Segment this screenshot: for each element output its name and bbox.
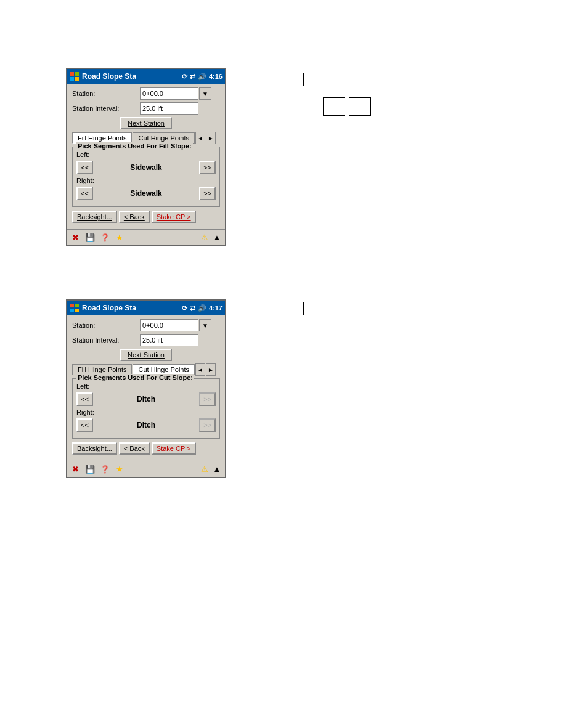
right-next-btn-1[interactable]: >> [199,187,216,200]
sound-icon-1: 🔊 [198,73,206,81]
float-box-wide-2 [303,302,383,315]
station-dropdown-2[interactable]: ▼ [199,319,211,331]
backsight-button-2[interactable]: Backsight... [72,442,117,455]
left-prev-btn-2[interactable]: << [76,392,93,406]
left-next-btn-2[interactable]: >> [199,392,216,406]
star-icon-2[interactable]: ★ [114,464,125,475]
window-title-2: Road Slope Sta [82,304,182,312]
backsight-button-1[interactable]: Backsight... [72,211,117,223]
float-box-sq-2 [349,97,371,116]
float-box-wide-1 [303,73,377,86]
station-input-1[interactable] [140,87,198,100]
sound-icon-2: 🔊 [198,304,206,312]
sync-icon-2: ⟳ [182,304,187,312]
station-row-1: Station: ▼ [72,87,220,100]
left-label-1: Left: [76,151,216,158]
svg-rect-4 [70,304,74,307]
float-box-sq-1 [323,97,345,116]
dialog-window-2: Road Slope Sta ⟳ ⇄ 🔊 4:17 Station: ▼ Sta… [66,299,226,478]
window-title-1: Road Slope Sta [82,72,182,81]
right-segment-2: Ditch [93,421,199,429]
left-row-1: << Sidewalk >> [76,161,216,174]
svg-rect-2 [70,77,74,81]
back-button-1[interactable]: < Back [119,211,150,223]
taskbar-2: ✖ 💾 ❓ ★ ⚠ ▲ [67,461,225,477]
group-box-2: Pick Segments Used For Cut Slope: Left: … [72,378,220,439]
dialog-content-1: Station: ▼ Station Interval: Next Statio… [67,84,225,229]
svg-rect-5 [75,304,79,307]
group-title-2: Pick Segments Used For Cut Slope: [76,374,194,381]
taskbar-right-1: ⚠ ▲ [199,232,223,243]
right-label-1: Right: [76,177,216,184]
left-prev-btn-1[interactable]: << [76,161,93,174]
network-icon-1: ⇄ [190,73,195,81]
clock-2: 4:17 [209,304,223,312]
help-icon-2[interactable]: ❓ [99,464,110,475]
station-label-2: Station: [72,322,140,329]
interval-label-2: Station Interval: [72,336,140,344]
station-input-2[interactable] [140,319,198,331]
right-segment-1: Sidewalk [93,189,199,198]
right-label-2: Right: [76,408,216,416]
network-icon-2: ⇄ [190,304,195,312]
help-icon-1[interactable]: ❓ [99,232,110,243]
title-bar-1: Road Slope Sta ⟳ ⇄ 🔊 4:16 [67,69,225,84]
svg-rect-6 [70,309,74,312]
svg-rect-7 [75,309,79,312]
back-button-2[interactable]: < Back [119,442,150,455]
left-next-btn-1[interactable]: >> [199,161,216,174]
warning-icon-2: ⚠ [199,464,210,475]
station-row-2: Station: ▼ [72,319,220,331]
group-box-1: Pick Segments Used For Fill Slope: Left:… [72,147,220,207]
sync-icon-1: ⟳ [182,73,187,81]
warning-icon-1: ⚠ [199,232,210,243]
up-icon-2[interactable]: ▲ [211,464,223,475]
next-station-button-2[interactable]: Next Station [120,349,172,361]
right-prev-btn-2[interactable]: << [76,418,93,432]
stake-button-1[interactable]: Stake CP > [152,211,196,223]
close-icon-1[interactable]: ✖ [70,232,81,243]
station-dropdown-1[interactable]: ▼ [199,87,211,100]
left-segment-2: Ditch [93,395,199,404]
clock-1: 4:16 [209,73,223,80]
save-icon-1[interactable]: 💾 [84,232,96,243]
interval-row-1: Station Interval: [72,102,220,115]
taskbar-right-2: ⚠ ▲ [199,464,223,475]
right-row-1: << Sidewalk >> [76,187,216,200]
interval-input-1[interactable] [140,102,198,115]
title-icons-1: ⟳ ⇄ 🔊 4:16 [182,73,223,81]
interval-row-2: Station Interval: [72,334,220,346]
tab-arrow-left-1[interactable]: ◄ [195,132,205,144]
tab-arrow-left-2[interactable]: ◄ [195,363,205,376]
svg-rect-1 [75,72,79,76]
interval-input-2[interactable] [140,334,198,346]
tab-arrow-right-1[interactable]: ► [206,132,216,144]
left-label-2: Left: [76,383,216,390]
dialog-content-2: Station: ▼ Station Interval: Next Statio… [67,315,225,461]
star-icon-1[interactable]: ★ [114,232,125,243]
tab-arrow-right-2[interactable]: ► [206,363,216,376]
stake-button-2[interactable]: Stake CP > [152,442,196,455]
right-prev-btn-1[interactable]: << [76,187,93,200]
interval-label-1: Station Interval: [72,105,140,112]
close-icon-2[interactable]: ✖ [70,464,81,475]
taskbar-1: ✖ 💾 ❓ ★ ⚠ ▲ [67,229,225,245]
right-next-btn-2[interactable]: >> [199,418,216,432]
left-row-2: << Ditch >> [76,392,216,406]
svg-rect-0 [70,72,74,76]
group-title-1: Pick Segments Used For Fill Slope: [76,142,193,150]
dialog-window-1: Road Slope Sta ⟳ ⇄ 🔊 4:16 Station: ▼ Sta… [66,68,226,246]
title-bar-2: Road Slope Sta ⟳ ⇄ 🔊 4:17 [67,301,225,315]
windows-logo-1 [70,71,80,81]
windows-logo-2 [70,303,80,313]
title-icons-2: ⟳ ⇄ 🔊 4:17 [182,304,223,312]
svg-rect-3 [75,77,79,81]
next-station-button-1[interactable]: Next Station [120,117,172,129]
up-icon-1[interactable]: ▲ [211,232,223,243]
right-row-2: << Ditch >> [76,418,216,432]
save-icon-2[interactable]: 💾 [84,464,96,475]
station-label-1: Station: [72,90,140,97]
bottom-buttons-2: Backsight... < Back Stake CP > [72,442,220,455]
left-segment-1: Sidewalk [93,163,199,172]
bottom-buttons-1: Backsight... < Back Stake CP > [72,211,220,223]
